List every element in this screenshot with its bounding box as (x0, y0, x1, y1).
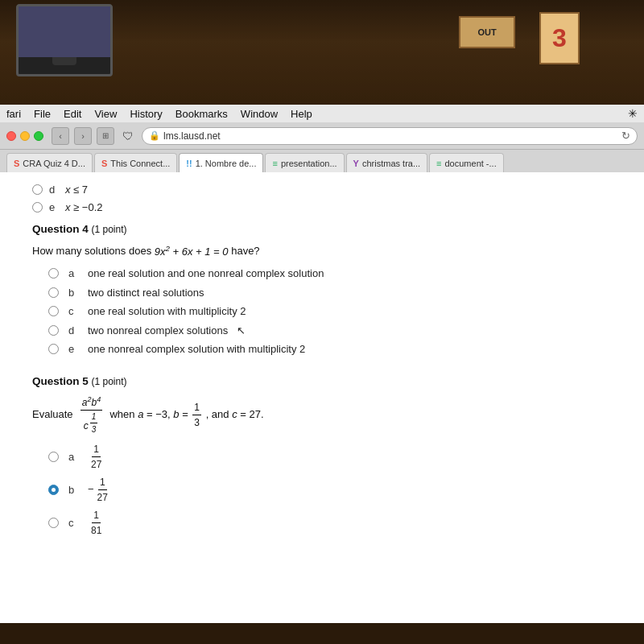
fraction-expr: a2b4 c13 (80, 394, 102, 436)
traffic-lights (6, 131, 43, 141)
option-5c-label: c (68, 515, 78, 531)
menu-bookmarks[interactable]: Bookmarks (175, 108, 228, 120)
question-5-text: Evaluate a2b4 c13 when a = −3, b = 1 3 ,… (32, 394, 612, 436)
tab-icon-exclaim: !! (186, 159, 192, 168)
question-4-points: (1 point) (92, 224, 127, 235)
radio-5a[interactable] (48, 452, 59, 462)
fraction-numerator: a2b4 (80, 394, 102, 411)
question-4-block: Question 4 (1 point) How many solutions … (32, 221, 612, 357)
content-area: d x ≤ 7 e x ≥ −0.2 Question 4 (1 point) … (0, 172, 644, 623)
b-value-fraction: 1 3 (192, 400, 201, 430)
lock-icon: 🔒 (149, 130, 160, 141)
expression: a2b4 c13 (79, 408, 107, 420)
option-5a-fraction: 1 27 (89, 442, 103, 472)
tab-icon-s1: S (14, 159, 19, 168)
option-5c-row[interactable]: c 1 81 (48, 508, 612, 538)
menu-file[interactable]: File (34, 108, 51, 120)
monitor-screen (19, 6, 110, 57)
option-4d-text: two nonreal complex solutions ↖ (88, 323, 246, 339)
question-5-block: Question 5 (1 point) Evaluate a2b4 c13 w… (32, 374, 612, 538)
option-4a-label: a (68, 266, 78, 282)
photo-background: OUT 3 (0, 0, 644, 105)
question-4-text: How many solutions does 9x2 + 6x + 1 = 0… (32, 242, 612, 259)
menu-bar: fari File Edit View History Bookmarks Wi… (0, 105, 644, 122)
question-5-options: a 1 27 b − 1 27 (48, 442, 612, 538)
menu-history[interactable]: History (130, 108, 162, 120)
question-5-title: Question 5 (1 point) (32, 374, 612, 390)
forward-button[interactable]: › (74, 127, 92, 145)
tab-document[interactable]: ≡ document -... (429, 153, 504, 172)
radio-4e[interactable] (48, 344, 59, 354)
option-4b-label: b (68, 285, 78, 301)
out-sign: OUT (459, 16, 515, 48)
menu-help[interactable]: Help (291, 108, 312, 120)
url-text: lms.lausd.net (163, 130, 618, 142)
option-5b-row[interactable]: b − 1 27 (48, 475, 612, 505)
prev-option-d: d x ≤ 7 (32, 182, 612, 198)
option-4e-row[interactable]: e one nonreal complex solution with mult… (48, 341, 612, 357)
radio-4a[interactable] (48, 268, 59, 279)
question-4-label: Question 4 (32, 223, 92, 235)
tab-icon-lines2: ≡ (436, 159, 441, 168)
tab-presentation[interactable]: ≡ presentation... (265, 153, 344, 172)
option-5b-label: b (68, 482, 78, 498)
option-5a-row[interactable]: a 1 27 (48, 442, 612, 472)
option-4c-label: c (68, 303, 78, 320)
option-4d-row[interactable]: d two nonreal complex solutions ↖ (48, 323, 612, 339)
tab-label-christmas: christmas tra... (362, 159, 420, 168)
tab-label-cra: CRA Quiz 4 D... (23, 159, 85, 168)
tab-label-nombre: 1. Nombre de... (196, 159, 257, 168)
nav-bar: ‹ › ⊞ 🛡 🔒 lms.lausd.net ↻ (0, 122, 644, 150)
fraction-denominator: c13 (82, 411, 101, 436)
option-5c-text: 1 81 (88, 508, 105, 538)
tab-cra-quiz[interactable]: S CRA Quiz 4 D... (6, 153, 93, 172)
radio-4d[interactable] (48, 325, 59, 336)
option-4c-row[interactable]: c one real solution with multiplicity 2 (48, 303, 612, 320)
question-4-title: Question 4 (1 point) (32, 221, 612, 237)
option-5a-text: 1 27 (88, 442, 105, 472)
prev-option-e: e x ≥ −0.2 (32, 200, 612, 216)
minimize-button[interactable] (20, 131, 30, 141)
option-4e-label: e (68, 341, 78, 357)
tab-nombre[interactable]: !! 1. Nombre de... (179, 153, 263, 172)
tab-label-presentation: presentation... (281, 159, 337, 168)
tab-christmas[interactable]: Y christmas tra... (346, 153, 427, 172)
menu-view[interactable]: View (94, 108, 117, 120)
radio-4c[interactable] (48, 306, 59, 316)
option-5a-label: a (68, 449, 78, 465)
radio-5c[interactable] (48, 518, 59, 528)
shield-icon: 🛡 (119, 127, 137, 145)
refresh-button[interactable]: ↻ (621, 130, 630, 142)
question-4-options: a one real solution and one nonreal comp… (48, 266, 612, 357)
option-4c-text: one real solution with multiplicity 2 (88, 303, 246, 320)
tab-overview-button[interactable]: ⊞ (97, 127, 114, 145)
back-button[interactable]: ‹ (52, 127, 69, 145)
maximize-button[interactable] (34, 131, 43, 141)
question-5-points: (1 point) (92, 376, 127, 387)
option-4b-text: two distinct real solutions (88, 285, 204, 301)
prev-answers: d x ≤ 7 e x ≥ −0.2 (32, 182, 612, 215)
option-5b-fraction: 1 27 (96, 475, 109, 505)
close-button[interactable] (6, 131, 16, 141)
url-bar[interactable]: 🔒 lms.lausd.net ↻ (142, 127, 638, 145)
radio-e[interactable] (32, 202, 43, 213)
menu-window[interactable]: Window (241, 108, 278, 120)
option-4e-text: one nonreal complex solution with multip… (88, 341, 305, 357)
tab-icon-y: Y (353, 159, 359, 168)
tab-label-document: document -... (445, 159, 497, 168)
option-4a-row[interactable]: a one real solution and one nonreal comp… (48, 266, 612, 282)
option-4a-text: one real solution and one nonreal comple… (88, 266, 324, 282)
option-4b-row[interactable]: b two distinct real solutions (48, 285, 612, 301)
menu-edit[interactable]: Edit (64, 108, 81, 120)
radio-4b[interactable] (48, 287, 59, 298)
radio-d[interactable] (32, 184, 43, 195)
monitor (16, 4, 113, 76)
tab-label-connect: This Connect... (110, 159, 170, 168)
tab-this-connect[interactable]: S This Connect... (94, 153, 177, 172)
option-5b-text: − 1 27 (88, 475, 111, 505)
menu-app[interactable]: fari (6, 108, 21, 120)
tab-icon-s2: S (101, 159, 107, 168)
question-5-label: Question 5 (32, 375, 92, 387)
radio-5b[interactable] (48, 485, 59, 495)
number-sign: 3 (539, 12, 580, 64)
